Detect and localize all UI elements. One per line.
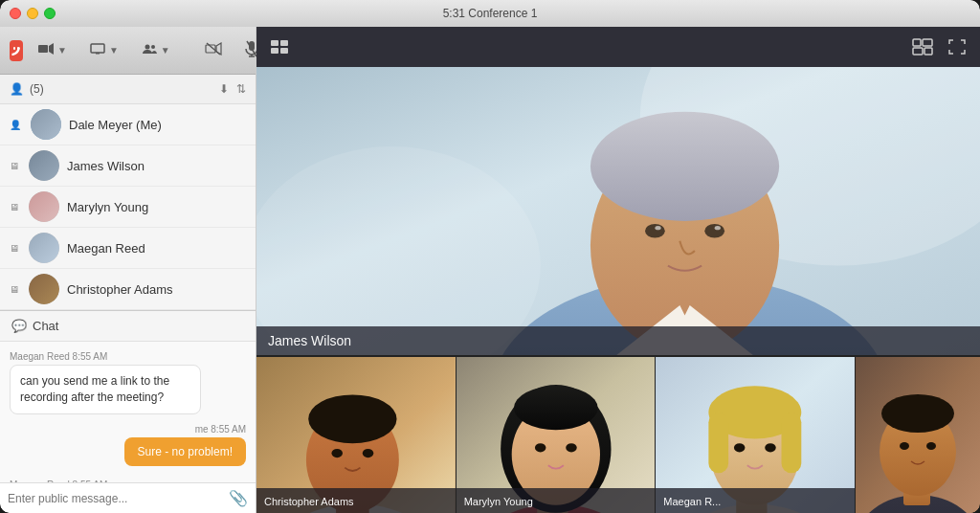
- avatar-maegan: [29, 233, 59, 263]
- participant-icon-maegan: 🖥: [10, 243, 19, 254]
- chat-bubble-2: Sure - no problem!: [124, 437, 246, 466]
- svg-point-29: [590, 112, 779, 221]
- camera-off-button[interactable]: [197, 38, 230, 62]
- main-content: ▼ ▼ ▼: [0, 27, 980, 513]
- svg-rect-0: [13, 47, 15, 50]
- chat-attach-icon[interactable]: 📎: [229, 489, 248, 507]
- chat-sender-1: Maegan Reed 8:55 AM: [10, 351, 246, 362]
- people-icon: [142, 43, 157, 57]
- main-speaker-name: James Wilson: [268, 333, 351, 348]
- svg-point-40: [363, 449, 374, 457]
- phone-icon: [10, 46, 23, 56]
- svg-point-38: [308, 394, 396, 443]
- svg-point-32: [655, 226, 660, 230]
- participants-section: 👤 (5) ⬇ ⇅ 👤 Dale Meyer (Me): [0, 75, 256, 310]
- participants-header: 👤 (5) ⬇ ⇅: [0, 75, 256, 104]
- video-toolbar-right: [909, 33, 970, 60]
- main-video-bg: [256, 67, 980, 355]
- screen-share-button[interactable]: ▼: [82, 39, 126, 61]
- chat-bubble-icon: 💬: [11, 319, 27, 333]
- video-panel: James Wilson: [256, 27, 980, 513]
- svg-point-56: [734, 443, 746, 452]
- participant-row-maegan[interactable]: 🖥 Maegan Reed: [0, 228, 256, 269]
- svg-rect-2: [38, 45, 48, 53]
- minimize-button[interactable]: [27, 8, 38, 19]
- svg-point-33: [715, 226, 721, 230]
- video-grid-icon[interactable]: [266, 33, 293, 60]
- chat-input[interactable]: [8, 492, 229, 505]
- titlebar: 5:31 Conference 1: [0, 0, 980, 27]
- participant-row-marylyn[interactable]: 🖥 Marylyn Young: [0, 187, 256, 228]
- video-icon: [38, 43, 54, 57]
- avatar-james: [29, 150, 59, 181]
- video-button[interactable]: ▼: [31, 39, 75, 61]
- sort-icon[interactable]: ⇅: [236, 82, 246, 96]
- svg-point-48: [566, 443, 577, 452]
- participants-button[interactable]: ▼: [134, 39, 178, 61]
- participant-row-dale[interactable]: 👤 Dale Meyer (Me): [0, 104, 256, 145]
- chat-section: 💬 Chat Maegan Reed 8:55 AM can you send …: [0, 310, 256, 513]
- svg-rect-16: [280, 40, 288, 46]
- participant-name-marylyn: Marylyn Young: [67, 200, 148, 214]
- fullscreen-video-button[interactable]: [944, 33, 970, 60]
- video-toolbar: [256, 27, 980, 67]
- filter-icon[interactable]: ⬇: [219, 82, 229, 96]
- svg-rect-4: [91, 44, 104, 53]
- camera-off-icon: [205, 42, 222, 58]
- person-icon: 👤: [10, 82, 24, 96]
- gallery-view-button[interactable]: [909, 33, 936, 60]
- svg-point-47: [535, 443, 546, 452]
- thumb-overlay-maegan: Maegan R...: [656, 488, 855, 513]
- svg-point-64: [926, 442, 936, 450]
- participant-icon-dale: 👤: [10, 120, 21, 130]
- svg-rect-5: [96, 53, 100, 55]
- thumb-marylyn[interactable]: Marylyn Young: [457, 357, 657, 513]
- thumbnail-strip: Christopher Adams: [256, 355, 980, 513]
- svg-rect-55: [782, 413, 802, 473]
- svg-point-63: [900, 442, 909, 450]
- avatar-dale: [31, 109, 61, 140]
- svg-point-6: [145, 45, 149, 50]
- chat-input-area: 📎: [0, 482, 256, 513]
- thumb-dale[interactable]: [856, 357, 980, 513]
- svg-point-39: [331, 449, 343, 457]
- svg-rect-22: [924, 48, 932, 55]
- svg-point-30: [645, 224, 665, 238]
- svg-rect-17: [271, 48, 278, 54]
- screen-icon: [90, 43, 105, 57]
- chat-sender-2: me 8:55 AM: [10, 424, 246, 435]
- thumb-christopher[interactable]: Christopher Adams: [256, 357, 457, 513]
- svg-rect-18: [280, 48, 288, 54]
- avatar-marylyn: [29, 191, 59, 222]
- end-call-button[interactable]: [10, 40, 23, 61]
- thumb-overlay-christopher: Christopher Adams: [256, 488, 456, 513]
- app-window: 5:31 Conference 1 ▼: [0, 0, 980, 513]
- call-toolbar: ▼ ▼ ▼: [0, 27, 256, 75]
- main-video: James Wilson: [256, 67, 980, 355]
- main-video-overlay: James Wilson: [256, 326, 980, 355]
- window-title: 5:31 Conference 1: [443, 7, 538, 20]
- chat-bubble-me-wrapper: Sure - no problem!: [10, 437, 246, 476]
- svg-point-46: [514, 386, 598, 430]
- fullscreen-button[interactable]: [44, 8, 56, 19]
- main-video-svg: [256, 67, 980, 355]
- svg-point-62: [881, 394, 954, 433]
- thumb-maegan[interactable]: Maegan R...: [656, 357, 856, 513]
- participant-name-maegan: Maegan Reed: [67, 241, 145, 256]
- svg-marker-3: [49, 43, 54, 55]
- chat-messages: Maegan Reed 8:55 AM can you send me a li…: [0, 342, 256, 482]
- chat-message-2: me 8:55 AM Sure - no problem!: [10, 424, 246, 476]
- svg-rect-20: [923, 39, 932, 46]
- chat-bubble-1: can you send me a link to the recording …: [10, 365, 201, 414]
- close-button[interactable]: [10, 8, 21, 19]
- participant-icon-james: 🖥: [10, 161, 19, 171]
- svg-point-57: [766, 443, 777, 452]
- thumb-svg-dale: [856, 357, 980, 513]
- participant-row-james[interactable]: 🖥 James Wilson: [0, 145, 256, 187]
- thumb-overlay-marylyn: Marylyn Young: [457, 488, 656, 513]
- participant-row-christopher[interactable]: 🖥 Christopher Adams: [0, 269, 256, 310]
- participant-name-christopher: Christopher Adams: [67, 282, 173, 297]
- svg-rect-54: [709, 413, 729, 473]
- thumb-name-maegan: Maegan R...: [663, 496, 721, 507]
- thumb-name-christopher: Christopher Adams: [264, 496, 354, 507]
